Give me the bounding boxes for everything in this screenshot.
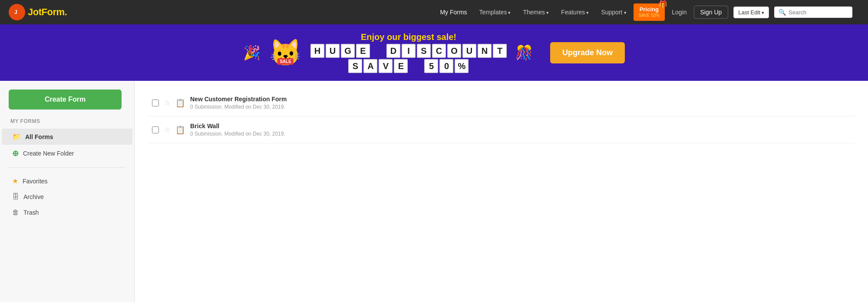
sidebar-create-folder-label: Create New Folder xyxy=(23,150,74,157)
save-tile-5: 5 xyxy=(424,59,438,73)
form-checkbox-0[interactable] xyxy=(152,100,159,106)
logo-text: JotForm. xyxy=(28,7,67,18)
nav-signup[interactable]: Sign Up xyxy=(694,6,729,19)
mascot-icon: 🐱 SALE xyxy=(269,37,302,68)
discount-tile-h: H xyxy=(310,44,324,58)
sidebar-item-create-folder[interactable]: ⊕ Create New Folder xyxy=(2,145,132,162)
discount-tile-o: O xyxy=(447,44,461,58)
banner-content: 🎉 🐱 SALE Enjoy our biggest sale! H U G E… xyxy=(243,32,625,73)
folder-icon: 📁 xyxy=(12,133,21,141)
discount-tile-i: I xyxy=(402,44,416,58)
logo-icon: J xyxy=(9,4,25,20)
sidebar-item-trash[interactable]: 🗑 Trash xyxy=(2,205,132,220)
form-title-1[interactable]: Brick Wall xyxy=(190,123,851,129)
discount-tile-u: U xyxy=(326,44,340,58)
discount-tile-s: S xyxy=(417,44,431,58)
svg-text:J: J xyxy=(14,9,17,15)
discount-tile-e: E xyxy=(356,44,370,58)
sidebar-archive-label: Archive xyxy=(23,193,44,200)
form-details-0: New Customer Registration Form 0 Submiss… xyxy=(190,96,851,110)
my-forms-section-label: MY FORMS xyxy=(0,118,134,129)
top-navigation: J JotForm. My Forms Templates Themes Fea… xyxy=(0,0,868,24)
form-doc-icon-1: 📋 xyxy=(175,125,185,135)
sale-badge: SALE xyxy=(277,58,294,65)
trash-icon: 🗑 xyxy=(12,209,19,216)
forms-list: ☆ 📋 New Customer Registration Form 0 Sub… xyxy=(148,90,855,143)
form-doc-icon-0: 📋 xyxy=(175,98,185,108)
discount-tile-c: C xyxy=(432,44,446,58)
form-meta-1: 0 Submission. Modified on Dec 30, 2019. xyxy=(190,131,851,137)
discount-tile-u2: U xyxy=(462,44,476,58)
save-tile-pct: % xyxy=(455,59,469,73)
save-spacer xyxy=(409,59,423,73)
nav-links: My Forms Templates Themes Features Suppo… xyxy=(435,3,852,21)
gift-icon: 🎁 xyxy=(659,0,667,8)
pricing-button[interactable]: 🎁 Pricing SAVE 50% xyxy=(634,3,665,21)
form-meta-0: 0 Submission. Modified on Dec 30, 2019. xyxy=(190,104,851,110)
discount-tile-d: D xyxy=(386,44,400,58)
form-checkbox-1[interactable] xyxy=(152,126,159,133)
sidebar-item-archive[interactable]: 🗄 Archive xyxy=(2,189,132,205)
sidebar-item-favorites[interactable]: ★ Favorites xyxy=(2,173,132,189)
nav-support[interactable]: Support xyxy=(596,6,631,18)
nav-features[interactable]: Features xyxy=(556,6,594,18)
form-title-0[interactable]: New Customer Registration Form xyxy=(190,96,851,103)
form-list-item: ☆ 📋 New Customer Registration Form 0 Sub… xyxy=(148,90,855,116)
form-details-1: Brick Wall 0 Submission. Modified on Dec… xyxy=(190,123,851,137)
nav-templates[interactable]: Templates xyxy=(474,6,516,18)
logo[interactable]: J JotForm. xyxy=(9,4,67,20)
nav-my-forms[interactable]: My Forms xyxy=(435,6,472,18)
sidebar-divider xyxy=(9,167,125,168)
sidebar-trash-label: Trash xyxy=(23,209,39,216)
discount-tile-n: N xyxy=(478,44,492,58)
pricing-save-label: SAVE 50% xyxy=(639,13,660,18)
nav-login[interactable]: Login xyxy=(667,6,692,18)
plus-icon: ⊕ xyxy=(12,149,19,158)
upgrade-now-button[interactable]: Upgrade Now xyxy=(550,42,625,63)
archive-icon: 🗄 xyxy=(12,193,19,201)
search-icon: 🔍 xyxy=(779,9,786,16)
search-input[interactable] xyxy=(789,9,848,16)
sidebar: Create Form MY FORMS 📁 All Forms ⊕ Creat… xyxy=(0,81,135,302)
save-tile-a: A xyxy=(363,59,377,73)
star-icon: ★ xyxy=(12,177,18,185)
save-tile-v: V xyxy=(379,59,393,73)
form-star-1[interactable]: ☆ xyxy=(164,126,170,134)
last-edit-button[interactable]: Last Edit xyxy=(733,7,769,18)
banner-discount-tiles: H U G E D I S C O U N T S A V xyxy=(310,44,507,73)
confetti-right-icon: 🎊 xyxy=(515,44,533,61)
discount-spacer xyxy=(371,44,385,58)
banner-text: Enjoy our biggest sale! H U G E D I S C … xyxy=(310,32,507,73)
sidebar-item-all-forms[interactable]: 📁 All Forms xyxy=(2,129,132,145)
sidebar-all-forms-label: All Forms xyxy=(25,133,53,140)
form-list-item: ☆ 📋 Brick Wall 0 Submission. Modified on… xyxy=(148,116,855,143)
discount-tile-g: G xyxy=(341,44,355,58)
save-tile-s: S xyxy=(348,59,362,73)
nav-themes[interactable]: Themes xyxy=(518,6,554,18)
promo-banner: 🎉 🐱 SALE Enjoy our biggest sale! H U G E… xyxy=(0,24,868,81)
main-layout: Create Form MY FORMS 📁 All Forms ⊕ Creat… xyxy=(0,81,868,302)
sidebar-favorites-label: Favorites xyxy=(23,178,48,185)
confetti-left-icon: 🎉 xyxy=(243,44,261,61)
banner-enjoy-text: Enjoy our biggest sale! xyxy=(361,32,456,42)
content-area: ☆ 📋 New Customer Registration Form 0 Sub… xyxy=(135,81,868,302)
save-tile-e: E xyxy=(394,59,408,73)
form-star-0[interactable]: ☆ xyxy=(164,99,170,107)
create-form-button[interactable]: Create Form xyxy=(9,90,122,110)
search-box: 🔍 xyxy=(774,7,852,18)
save-tile-0: 0 xyxy=(439,59,453,73)
discount-tile-t: T xyxy=(493,44,507,58)
